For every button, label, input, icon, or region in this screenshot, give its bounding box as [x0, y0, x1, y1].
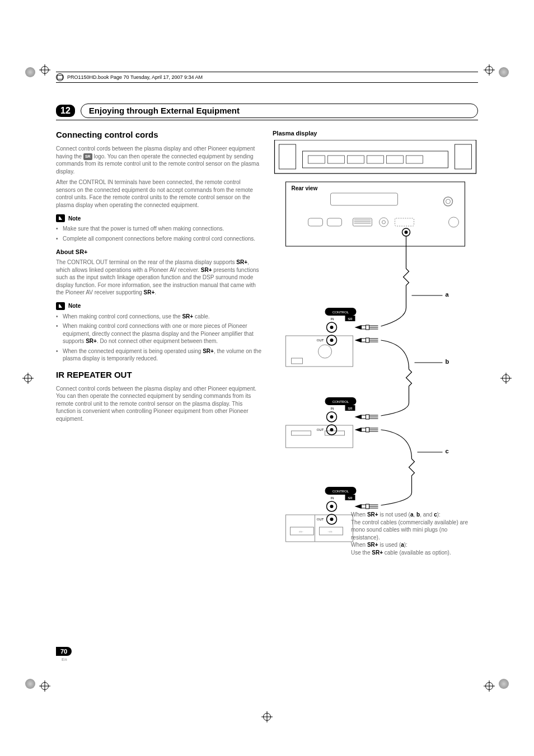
crop-mark-tr — [484, 64, 495, 76]
page-number: 70 — [56, 647, 72, 656]
chapter-number: 12 — [56, 105, 75, 117]
label-b: b — [446, 358, 449, 365]
svg-point-13 — [444, 197, 453, 206]
svg-marker-66 — [355, 428, 362, 432]
crop-dot-tr — [499, 67, 509, 77]
svg-rect-5 — [308, 156, 325, 163]
label-a: a — [446, 291, 449, 298]
asr-g: . — [154, 289, 156, 295]
asr-b: SR+ — [236, 259, 247, 265]
right-column: Plasma display Rear view — [273, 129, 478, 560]
dn-a2: SR+ — [367, 511, 378, 518]
svg-text:▭◦: ▭◦ — [299, 530, 303, 533]
svg-point-24 — [449, 217, 459, 227]
svg-rect-3 — [455, 144, 472, 169]
crop-dot-br — [499, 679, 509, 689]
svg-rect-6 — [328, 156, 345, 163]
n2i1a: When making control cord connections, us… — [63, 313, 182, 320]
svg-rect-38 — [362, 326, 366, 329]
svg-rect-45 — [362, 339, 366, 342]
svg-rect-8 — [367, 156, 384, 163]
svg-rect-16 — [327, 218, 342, 226]
dn-c1: When — [351, 542, 367, 548]
asr-f: SR+ — [144, 289, 155, 295]
control-label-2: CONTROL — [332, 400, 349, 403]
note1-item2: Complete all component connections befor… — [56, 235, 261, 243]
svg-point-29 — [318, 345, 332, 358]
svg-rect-4 — [303, 151, 448, 168]
svg-point-82 — [330, 505, 334, 508]
note-icon — [56, 214, 65, 222]
chapter-bar: 12 Enjoying through External Equipment — [56, 104, 478, 120]
svg-point-21 — [380, 218, 388, 227]
dn-a9: ): — [437, 511, 441, 518]
crop-mark-ml — [22, 373, 34, 384]
svg-rect-9 — [387, 156, 404, 163]
out-label-2: OUT — [317, 428, 324, 431]
about-sr-plus-heading: About SR+ — [56, 248, 261, 256]
rear-view-label: Rear view — [292, 185, 318, 191]
svg-point-26 — [405, 231, 408, 234]
svg-point-84 — [330, 518, 334, 521]
header-icons — [56, 73, 64, 81]
svg-rect-46 — [366, 338, 369, 342]
svg-point-57 — [330, 415, 334, 419]
note-heading-1: Note — [56, 214, 261, 222]
asr-d: SR+ — [201, 267, 212, 273]
svg-rect-7 — [348, 156, 364, 163]
crop-mark-tl — [39, 64, 50, 76]
svg-marker-85 — [355, 504, 362, 509]
book-icon — [56, 73, 64, 81]
svg-point-34 — [330, 326, 334, 329]
svg-rect-10 — [406, 156, 423, 163]
page-footer: 70 En — [56, 646, 72, 662]
n2i1b: SR+ — [182, 313, 193, 320]
svg-rect-12 — [331, 193, 398, 205]
section-connecting-control-cords: Connecting control cords — [56, 129, 261, 140]
svg-rect-86 — [362, 505, 366, 508]
connection-diagram: Rear view — [273, 140, 478, 565]
svg-rect-11 — [286, 182, 465, 246]
about-sr-plus-para: The CONTROL OUT terminal on the rear of … — [56, 259, 261, 297]
note-icon — [56, 302, 65, 310]
n2i2b: SR+ — [86, 338, 97, 344]
chapter-title: Enjoying through External Equipment — [89, 106, 240, 115]
svg-rect-17 — [353, 218, 372, 226]
svg-rect-52 — [292, 431, 311, 435]
note1-item1: Make sure that the power is turned off w… — [56, 225, 261, 233]
dn-c5: ): — [404, 542, 407, 548]
n2i3a: When the connected equipment is being op… — [63, 348, 203, 354]
dn-d2: SR+ — [372, 550, 383, 556]
svg-point-59 — [330, 428, 334, 431]
note-label: Note — [68, 302, 81, 310]
ir-repeater-para: Connect control cords between the plasma… — [56, 385, 261, 423]
svg-rect-67 — [362, 428, 366, 431]
note-heading-2: Note — [56, 302, 261, 310]
svg-rect-15 — [308, 218, 323, 226]
svg-rect-39 — [366, 325, 369, 330]
dn-a1: When — [351, 511, 367, 518]
dn-d1: Use the — [351, 550, 372, 556]
svg-text:◦▭: ◦▭ — [328, 530, 332, 533]
page-lang: En — [62, 657, 72, 662]
svg-line-43 — [378, 308, 406, 327]
left-column: Connecting control cords Connect control… — [56, 129, 261, 560]
n2i1c: cable. — [193, 313, 209, 320]
n2i2c: . Do not connect other equipment between… — [97, 338, 218, 344]
book-header: PRO1150HD.book Page 70 Tuesday, April 17… — [56, 72, 478, 83]
svg-rect-0 — [57, 75, 63, 79]
sr-badge-3: SR — [348, 496, 353, 500]
note2-item1: When making control cord connections, us… — [56, 313, 261, 321]
section-ir-repeater-out: IR REPEATER OUT — [56, 369, 261, 381]
svg-point-22 — [382, 220, 386, 224]
note2-list: When making control cord connections, us… — [56, 313, 261, 363]
page-content: 12 Enjoying through External Equipment C… — [56, 104, 478, 666]
asr-a: The CONTROL OUT terminal on the rear of … — [56, 259, 236, 265]
svg-marker-60 — [355, 415, 362, 419]
svg-point-36 — [330, 339, 334, 342]
svg-rect-1 — [275, 140, 476, 173]
book-stamp-text: PRO1150HD.book Page 70 Tuesday, April 17… — [67, 74, 203, 80]
para-connect-cords: Connect control cords between the plasma… — [56, 145, 261, 175]
crop-mark-mb — [261, 711, 273, 722]
in-label-3: IN — [331, 496, 334, 500]
